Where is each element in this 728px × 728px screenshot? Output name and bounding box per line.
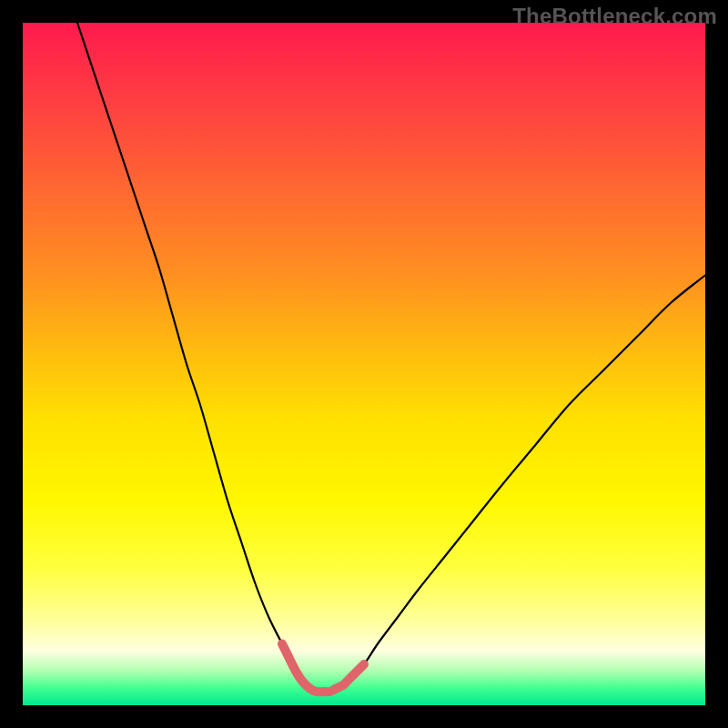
optimal-range-highlight bbox=[282, 644, 364, 693]
curve-layer bbox=[23, 23, 705, 705]
bottleneck-curve-path bbox=[77, 23, 705, 692]
chart-frame: TheBottleneck.com bbox=[0, 0, 728, 728]
plot-area bbox=[23, 23, 705, 705]
